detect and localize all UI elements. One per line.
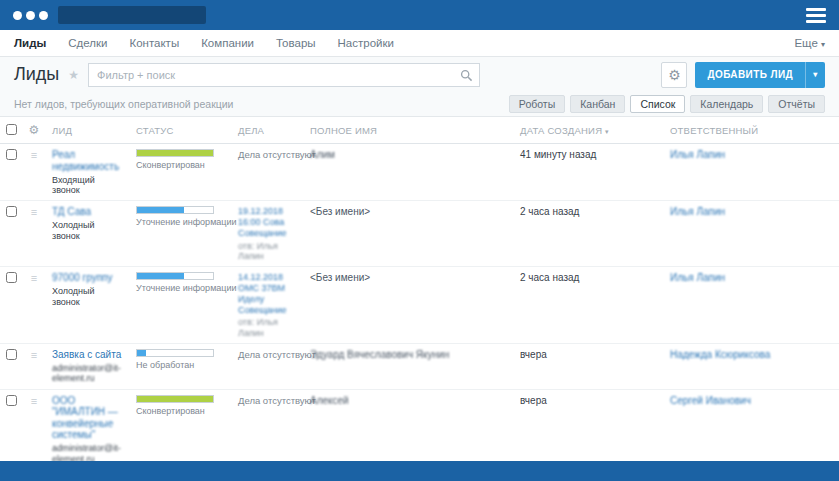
responsible-link[interactable]: Надежда Ксюриксова [670,349,770,360]
full-name: Эдуард Вячеславович Якунин [310,349,449,360]
table-row: ≡ООО "ИМАЛТИН — конвейерные системы"admi… [0,389,839,469]
status-progress-bar [136,349,214,357]
lead-link[interactable]: ТД Сава [52,206,91,218]
toolbar-right: ⚙ ДОБАВИТЬ ЛИД ▾ [661,62,825,88]
view-button[interactable]: Канбан [570,95,625,113]
hamburger-menu-icon[interactable] [806,5,826,26]
table-row: ≡ТД СаваХолодный звонокУточнение информа… [0,201,839,267]
toolbar: Лиды ★ ⚙ ДОБАВИТЬ ЛИД ▾ [0,57,839,92]
lead-subtitle: Входящий звонок [52,175,124,196]
leads-table: ⚙ ЛИД СТАТУС ДЕЛА ПОЛНОЕ ИМЯ ДАТА СОЗДАН… [0,117,839,481]
full-name: Алексей [310,395,349,406]
column-header-status[interactable]: СТАТУС [130,117,232,144]
responsible-link[interactable]: Илья Лапин [670,206,725,217]
lead-link[interactable]: Реал недвижимость [52,149,124,172]
search-icon [460,69,473,82]
responsible-link[interactable]: Сергей Иванович [670,395,751,406]
table-row: ≡97000 группуХолодный звонокУточнение ин… [0,267,839,344]
activity-none-label: Дела отсутствуют [238,149,316,160]
activity-link[interactable]: 14.12.2018 ОМС 37ВМИделу Совещание [238,272,298,315]
row-checkbox[interactable] [6,349,17,360]
status-label: Не обработан [136,360,226,370]
activity-owner: отв: Илья Лапин [238,241,298,262]
full-name: Алим [310,149,335,160]
table-row: ≡Реал недвижимостьВходящий звонокСконвер… [0,144,839,201]
nav-tab[interactable]: Товары [276,37,316,49]
row-menu-icon[interactable]: ≡ [31,349,37,361]
created-date: 2 часа назад [514,267,664,344]
row-menu-icon[interactable]: ≡ [31,206,37,218]
column-header-lead[interactable]: ЛИД [46,117,130,144]
view-button[interactable]: Список [630,95,685,113]
table-row: ≡Заявка с сайтаadministrator@it-element.… [0,344,839,390]
lead-link[interactable]: Заявка с сайта [52,349,121,361]
filter-search-box [88,63,480,87]
row-menu-icon[interactable]: ≡ [31,395,37,407]
view-button[interactable]: Отчёты [768,95,825,113]
activity-link[interactable]: 19.12.2018 16:00 СоваСовещание [238,206,298,238]
view-button[interactable]: Роботы [509,95,565,113]
select-all-checkbox[interactable] [6,124,17,135]
lead-link[interactable]: 97000 группу [52,272,113,284]
counter-notice: Нет лидов, требующих оперативной реакции [14,98,233,110]
view-button[interactable]: Календарь [690,95,763,113]
nav-tab[interactable]: Сделки [68,37,107,49]
column-header-created[interactable]: ДАТА СОЗДАНИЯ ▾ [514,117,664,144]
lead-subtitle: administrator@it-element.ru [52,363,124,384]
activity-none-label: Дела отсутствуют [238,395,316,406]
leads-tbody: ≡Реал недвижимостьВходящий звонокСконвер… [0,144,839,481]
settings-gear-button[interactable]: ⚙ [661,62,687,88]
row-menu-icon[interactable]: ≡ [31,272,37,284]
logo-dots-icon [13,11,48,20]
nav-tab[interactable]: Лиды [14,37,46,49]
row-menu-icon[interactable]: ≡ [31,149,37,161]
lead-subtitle: Холодный звонок [52,220,124,241]
column-header-created-label: ДАТА СОЗДАНИЯ [520,125,602,136]
lead-link[interactable]: ООО "ИМАЛТИН — конвейерные системы" [52,395,124,441]
top-search-input[interactable] [58,6,206,24]
add-lead-dropdown[interactable]: ▾ [805,62,825,88]
created-date: вчера [514,344,664,390]
chevron-down-icon: ▾ [821,40,825,49]
created-date: 2 часа назад [514,201,664,267]
top-bar [0,0,839,30]
favorite-star-icon[interactable]: ★ [68,68,79,82]
responsible-link[interactable]: Илья Лапин [670,272,725,283]
status-progress-bar [136,272,214,280]
table-header-row: ⚙ ЛИД СТАТУС ДЕЛА ПОЛНОЕ ИМЯ ДАТА СОЗДАН… [0,117,839,144]
column-header-responsible[interactable]: ОТВЕТСТВЕННЫЙ [664,117,839,144]
add-lead-label: ДОБАВИТЬ ЛИД [695,62,805,88]
view-switcher: РоботыКанбанСписокКалендарьОтчёты [509,95,825,113]
filter-search-input[interactable] [89,64,479,86]
created-date: вчера [514,389,664,469]
more-menu-label: Еще [794,37,817,49]
responsible-link[interactable]: Илья Лапин [670,149,725,160]
column-header-full-name[interactable]: ПОЛНОЕ ИМЯ [304,117,514,144]
nav-tab[interactable]: Контакты [129,37,179,49]
status-progress-bar [136,206,214,214]
chevron-down-icon: ▾ [813,70,817,79]
more-menu[interactable]: Еще ▾ [794,37,825,49]
status-label: Уточнение информации [136,217,226,227]
full-name: <Без имени> [310,272,370,283]
gear-icon: ⚙ [668,67,681,83]
page-title: Лиды [14,64,59,85]
row-checkbox[interactable] [6,272,17,283]
status-progress-bar [136,395,214,403]
status-label: Сконвертирован [136,160,226,170]
nav-tabs: ЛидыСделкиКонтактыКомпанииТоварыНастройк… [14,37,416,49]
sort-caret-icon: ▾ [605,128,609,135]
status-label: Уточнение информации [136,283,226,293]
row-checkbox[interactable] [6,149,17,160]
main-nav: ЛидыСделкиКонтактыКомпанииТоварыНастройк… [0,30,839,57]
add-lead-button[interactable]: ДОБАВИТЬ ЛИД ▾ [695,62,825,88]
grid-settings-gear-icon[interactable]: ⚙ [29,123,40,137]
column-header-activity[interactable]: ДЕЛА [232,117,304,144]
nav-tab[interactable]: Компании [201,37,254,49]
row-checkbox[interactable] [6,395,17,406]
nav-tab[interactable]: Настройки [338,37,394,49]
row-checkbox[interactable] [6,206,17,217]
created-date: 41 минуту назад [514,144,664,201]
footer-bar [0,461,839,481]
lead-subtitle: Холодный звонок [52,286,124,307]
